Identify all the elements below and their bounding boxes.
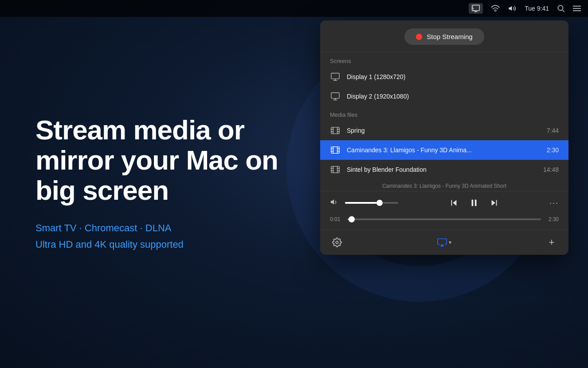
spring-duration: 7:44 — [547, 127, 559, 134]
progress-area: 0:01 2:30 — [320, 214, 568, 230]
display1-item[interactable]: Display 1 (1280x720) — [320, 67, 568, 87]
total-time: 2:30 — [545, 216, 559, 222]
spring-label: Spring — [347, 127, 541, 134]
red-dot-icon — [416, 34, 422, 40]
now-playing-label: Caminandes 3: Llamigos - Funny 3D Animat… — [320, 179, 568, 191]
airplay-area: ▾ — [344, 237, 545, 247]
progress-track[interactable] — [348, 218, 541, 220]
caminandes-duration: 2:30 — [547, 146, 559, 154]
media-caminandes-item[interactable]: Caminandes 3: Llamigos - Funny 3D Anima.… — [320, 140, 568, 160]
screens-section-label: Screens — [320, 52, 568, 67]
svg-point-31 — [336, 241, 338, 244]
volume-slider[interactable] — [345, 202, 398, 204]
next-button[interactable] — [487, 196, 502, 210]
display2-label: Display 2 (1920x1080) — [347, 93, 559, 100]
sintel-label: Sintel by Blender Foundation — [347, 166, 537, 173]
media-section-label: Media files — [320, 106, 568, 121]
media-sintel-item[interactable]: Sintel by Blender Foundation 14:48 — [320, 160, 568, 179]
more-button[interactable]: ··· — [549, 198, 559, 208]
film-sintel-icon — [330, 164, 341, 175]
stop-streaming-label: Stop Streaming — [427, 33, 472, 40]
main-headline: Stream media or mirror your Mac on big s… — [35, 115, 302, 206]
left-content: Stream media or mirror your Mac on big s… — [35, 115, 302, 253]
display1-label: Display 1 (1280x720) — [347, 73, 559, 80]
stop-streaming-area: Stop Streaming — [320, 20, 568, 52]
svg-point-2 — [558, 5, 563, 10]
svg-marker-32 — [440, 244, 444, 246]
dropdown-panel: Stop Streaming Screens Display 1 (1280x7… — [320, 20, 568, 255]
monitor1-icon — [330, 71, 341, 82]
settings-button[interactable] — [330, 235, 344, 249]
volume-control-icon — [330, 198, 339, 208]
add-button[interactable]: + — [545, 235, 559, 249]
chevron-down-icon[interactable]: ▾ — [449, 239, 451, 245]
cast-menubar-icon[interactable] — [469, 3, 483, 14]
subtext2: Ultra HD and 4K quality supported — [35, 237, 302, 253]
media-spring-item[interactable]: Spring 7:44 — [320, 121, 568, 140]
pause-button[interactable] — [467, 196, 481, 210]
time-display: Tue 9:41 — [525, 5, 549, 12]
sintel-duration: 14:48 — [543, 166, 559, 173]
svg-rect-22 — [331, 166, 339, 173]
film-spring-icon — [330, 125, 341, 136]
svg-rect-30 — [474, 200, 476, 206]
volume-fill — [345, 202, 380, 204]
menubar: Tue 9:41 — [0, 0, 588, 17]
svg-rect-29 — [471, 200, 473, 206]
svg-rect-15 — [331, 147, 339, 154]
airplay-button[interactable] — [437, 237, 447, 247]
svg-rect-8 — [331, 127, 339, 134]
volume-thumb — [376, 200, 383, 206]
bottom-bar: ▾ + — [320, 230, 568, 255]
volume-menubar-icon — [508, 4, 517, 12]
film-caminandes-icon — [330, 145, 341, 155]
prev-button[interactable] — [447, 196, 461, 210]
display2-item[interactable]: Display 2 (1920x1080) — [320, 87, 568, 106]
monitor2-icon — [330, 91, 341, 102]
svg-rect-7 — [331, 93, 339, 99]
menu-menubar-icon[interactable] — [573, 5, 581, 12]
svg-point-1 — [495, 11, 496, 12]
player-controls: ··· — [320, 191, 568, 214]
caminandes-label: Caminandes 3: Llamigos - Funny 3D Anima.… — [347, 146, 541, 154]
wifi-menubar-icon — [491, 5, 500, 12]
svg-rect-0 — [472, 5, 480, 11]
progress-thumb — [349, 216, 355, 222]
svg-rect-6 — [331, 73, 339, 79]
search-menubar-icon[interactable] — [557, 4, 565, 12]
subtext1: Smart TV · Chromecast · DLNA — [35, 220, 302, 236]
current-time: 0:01 — [330, 216, 343, 222]
stop-streaming-button[interactable]: Stop Streaming — [404, 28, 484, 45]
